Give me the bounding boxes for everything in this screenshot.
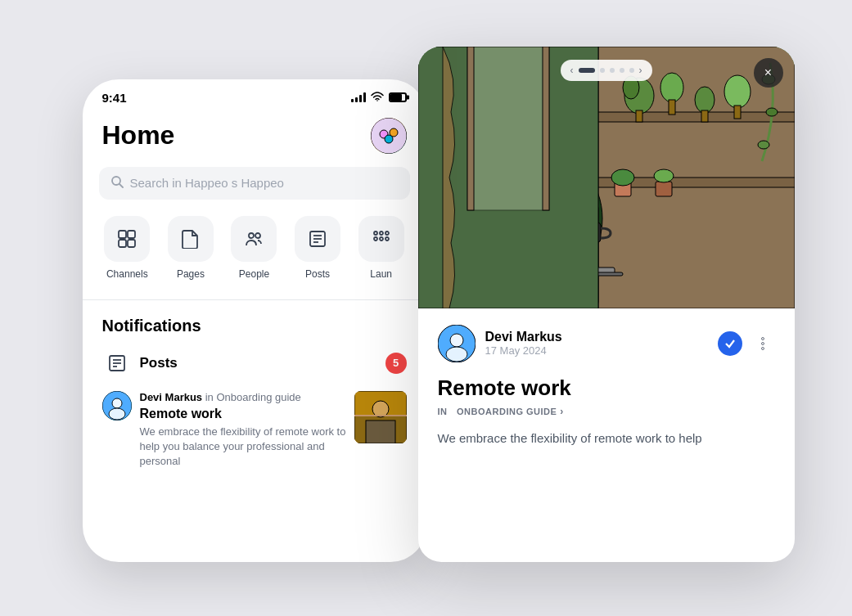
svg-point-4 [385, 135, 393, 143]
post-author-name: Devi Markus [140, 391, 203, 403]
signal-icon [351, 92, 366, 102]
card-author-info: Devi Markus 17 May 2024 [485, 330, 708, 357]
carousel-dot-2 [600, 68, 605, 73]
svg-line-6 [119, 184, 123, 187]
post-channel-label: in Onboarding guide [205, 391, 301, 403]
svg-rect-45 [701, 110, 708, 122]
svg-point-28 [112, 398, 122, 408]
svg-point-77 [761, 342, 764, 344]
svg-point-49 [766, 108, 778, 116]
nav-item-launch[interactable]: Laun [349, 216, 413, 280]
svg-rect-10 [128, 240, 135, 247]
launch-icon [358, 216, 404, 262]
svg-point-17 [374, 232, 377, 235]
svg-rect-53 [656, 182, 672, 196]
carousel-controls: ‹ › [561, 60, 652, 81]
nav-item-channels[interactable]: Channels [96, 216, 160, 280]
post-excerpt-small: We embrace the flexibility of remote wor… [140, 425, 346, 470]
svg-point-76 [761, 337, 764, 339]
close-button[interactable]: × [754, 58, 783, 88]
post-preview: Devi Markus in Onboarding guide Remote w… [102, 391, 407, 470]
channel-arrow-icon: › [560, 406, 564, 417]
card-date: 17 May 2024 [485, 344, 708, 357]
carousel-dot-5 [629, 68, 634, 73]
search-input-placeholder: Search in Happeo s Happeo [130, 176, 284, 190]
carousel-next[interactable]: › [639, 65, 642, 76]
svg-point-29 [109, 408, 125, 420]
svg-rect-70 [467, 47, 549, 210]
post-card: ‹ › × [418, 47, 795, 562]
svg-rect-8 [128, 231, 135, 238]
status-bar: 9:41 [83, 79, 426, 111]
svg-point-0 [376, 100, 378, 101]
quick-nav: Channels Pages [83, 216, 426, 280]
notifications-section: Notifications Posts 5 [83, 317, 426, 470]
nav-item-posts[interactable]: Posts [286, 216, 349, 280]
svg-point-11 [249, 233, 254, 238]
pages-icon [168, 216, 214, 262]
home-header: Home [83, 111, 426, 167]
nav-label-pages: Pages [177, 268, 205, 280]
svg-point-21 [380, 237, 383, 241]
card-excerpt: We embrace the flexibility of remote wor… [438, 429, 775, 448]
card-author-row: Devi Markus 17 May 2024 [438, 325, 775, 362]
svg-point-22 [385, 237, 389, 241]
page-title: Home [102, 120, 175, 151]
svg-rect-7 [119, 231, 126, 238]
verified-icon [718, 331, 742, 356]
svg-rect-47 [734, 106, 741, 119]
svg-point-54 [654, 169, 674, 182]
svg-point-18 [380, 232, 383, 235]
channels-icon [104, 216, 150, 262]
nav-label-posts: Posts [305, 268, 330, 280]
posts-section-label: Posts [140, 355, 377, 371]
scene: 9:41 [58, 47, 795, 570]
posts-row: Posts 5 [102, 348, 407, 378]
author-avatar-small [102, 391, 132, 420]
card-author-avatar [438, 325, 476, 362]
channel-label-text: in [438, 407, 448, 416]
post-thumbnail [354, 391, 407, 443]
nav-label-launch: Laun [370, 268, 392, 280]
more-options-button[interactable] [751, 331, 775, 356]
svg-point-42 [660, 73, 683, 102]
svg-rect-37 [598, 112, 795, 122]
notifications-title: Notifications [102, 317, 407, 335]
search-bar[interactable]: Search in Happeo s Happeo [99, 167, 410, 200]
status-icons [351, 92, 407, 104]
svg-point-75 [446, 347, 467, 362]
card-actions [718, 331, 775, 356]
post-info: Devi Markus in Onboarding guide Remote w… [140, 391, 346, 470]
card-author-name: Devi Markus [485, 330, 708, 344]
search-icon [110, 175, 124, 191]
wifi-icon [371, 92, 384, 104]
post-author-line: Devi Markus in Onboarding guide [140, 391, 346, 403]
phone-frame: 9:41 [83, 79, 426, 562]
svg-point-46 [724, 75, 751, 108]
avatar[interactable] [371, 118, 407, 154]
carousel-prev[interactable]: ‹ [570, 65, 574, 76]
nav-item-people[interactable]: People [223, 216, 286, 280]
svg-point-20 [374, 237, 377, 241]
post-title-small: Remote work [140, 407, 346, 421]
posts-icon [295, 216, 340, 262]
nav-item-pages[interactable]: Pages [159, 216, 223, 280]
svg-point-52 [611, 169, 634, 186]
card-image: ‹ › × [418, 47, 795, 308]
svg-point-74 [450, 334, 463, 347]
svg-rect-71 [467, 47, 474, 210]
svg-rect-9 [119, 240, 126, 247]
card-content: Devi Markus 17 May 2024 [418, 308, 795, 465]
battery-icon [389, 92, 407, 102]
svg-point-12 [255, 233, 260, 238]
svg-point-19 [385, 232, 389, 235]
card-channel-tag[interactable]: in ONBOARDING GUIDE › [438, 406, 775, 417]
status-time: 9:41 [102, 91, 127, 105]
svg-point-78 [761, 347, 764, 349]
nav-label-people: People [239, 268, 269, 280]
svg-point-44 [695, 87, 715, 113]
svg-rect-41 [636, 110, 642, 122]
posts-badge: 5 [385, 353, 407, 374]
channel-name: ONBOARDING GUIDE [457, 407, 557, 416]
nav-label-channels: Channels [106, 268, 148, 280]
